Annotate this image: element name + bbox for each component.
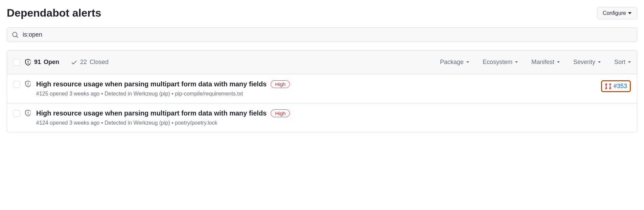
alert-checkbox[interactable] — [13, 81, 20, 88]
toolbar-filters: Package Ecosystem Manifest Severity Sort — [440, 59, 631, 66]
severity-badge: High — [271, 109, 290, 117]
filter-ecosystem-label: Ecosystem — [483, 59, 512, 66]
alert-row: High resource usage when parsing multipa… — [7, 103, 637, 132]
pr-number: #353 — [614, 83, 627, 90]
shield-alert-icon — [25, 81, 31, 87]
open-label: Open — [44, 59, 59, 66]
closed-label: Closed — [90, 59, 109, 66]
filter-ecosystem[interactable]: Ecosystem — [483, 59, 518, 66]
filter-severity[interactable]: Severity — [573, 59, 601, 66]
severity-badge: High — [271, 80, 290, 88]
alert-row: High resource usage when parsing multipa… — [7, 74, 637, 103]
toolbar-left: 91 Open 22 Closed — [13, 59, 109, 66]
configure-label: Configure — [603, 10, 626, 16]
search-input[interactable] — [23, 31, 632, 38]
open-count: 91 — [34, 59, 41, 66]
filter-sort-label: Sort — [614, 59, 625, 66]
closed-tab[interactable]: 22 Closed — [71, 59, 109, 66]
alert-title-link[interactable]: High resource usage when parsing multipa… — [36, 109, 267, 117]
caret-down-icon — [628, 12, 631, 14]
configure-button[interactable]: Configure — [597, 7, 637, 19]
select-all-checkbox[interactable] — [13, 59, 20, 66]
filter-package-label: Package — [440, 59, 464, 66]
alerts-toolbar: 91 Open 22 Closed Package Ecosystem Man — [7, 50, 637, 74]
filter-severity-label: Severity — [573, 59, 595, 66]
shield-alert-icon — [25, 110, 31, 117]
page-title: Dependabot alerts — [7, 7, 101, 19]
closed-count: 22 — [80, 59, 87, 66]
shield-alert-icon — [25, 59, 31, 66]
open-tab[interactable]: 91 Open — [25, 59, 59, 66]
caret-down-icon — [515, 61, 518, 63]
filter-package[interactable]: Package — [440, 59, 469, 66]
filter-manifest-label: Manifest — [531, 59, 554, 66]
alert-title-link[interactable]: High resource usage when parsing multipa… — [36, 80, 267, 88]
search-field[interactable] — [7, 27, 637, 42]
alert-meta: #125 opened 3 weeks ago • Detected in We… — [36, 91, 596, 97]
alert-meta: #124 opened 3 weeks ago • Detected in We… — [36, 120, 631, 126]
alerts-container: 91 Open 22 Closed Package Ecosystem Man — [7, 50, 637, 132]
search-icon — [12, 31, 19, 38]
filter-sort[interactable]: Sort — [614, 59, 631, 66]
caret-down-icon — [598, 61, 601, 63]
filter-manifest[interactable]: Manifest — [531, 59, 560, 66]
caret-down-icon — [557, 61, 560, 63]
check-icon — [71, 59, 77, 66]
caret-down-icon — [466, 61, 469, 63]
pr-link[interactable]: #353 — [601, 80, 631, 92]
caret-down-icon — [628, 61, 631, 63]
pull-request-icon — [605, 83, 612, 90]
alert-checkbox[interactable] — [13, 110, 20, 117]
